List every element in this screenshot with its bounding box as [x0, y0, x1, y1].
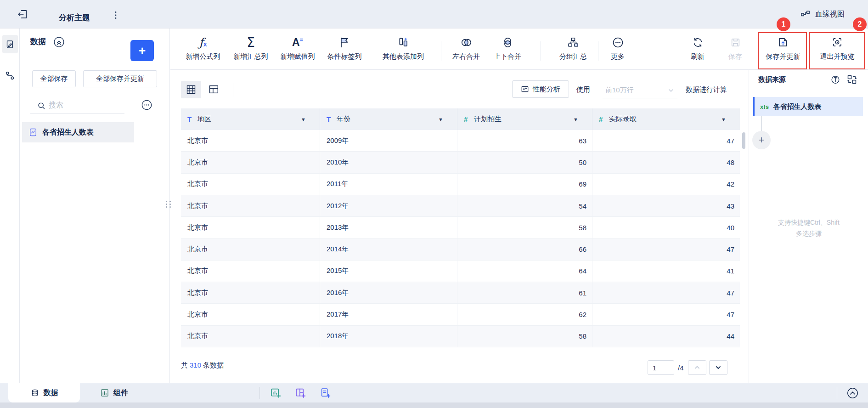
sidebar-item-table[interactable]: 各省招生人数表: [22, 122, 134, 142]
save-update-icon: [777, 33, 789, 51]
layout-view-toggle[interactable]: [208, 84, 220, 95]
flow-steps-panel-icon[interactable]: [5, 70, 15, 81]
page-down-button[interactable]: [709, 360, 727, 375]
dropdown-arrow-icon[interactable]: ▼: [301, 117, 306, 122]
chevron-down-icon: [715, 364, 722, 371]
table-cell: 47: [592, 238, 740, 260]
add-dashboard-icon[interactable]: [295, 387, 306, 399]
dropdown-arrow-icon[interactable]: ▼: [573, 117, 578, 122]
search-underline: [30, 113, 124, 114]
topbar: 分析主题 血缘视图: [0, 0, 868, 28]
page-up-button[interactable]: [688, 360, 706, 375]
add-chart-icon[interactable]: [270, 387, 282, 399]
add-table-button[interactable]: +: [130, 40, 154, 61]
table-cell: 54: [457, 195, 592, 216]
table-row: 北京市2017年6247: [181, 304, 740, 325]
swap-steps-icon[interactable]: [846, 74, 857, 85]
refresh-button[interactable]: 刷新: [684, 33, 711, 67]
data-source-step[interactable]: xls 各省招生人数表: [753, 97, 863, 116]
table-header: T 地区 ▼ T 年份 ▼ # 计划招生 ▼ # 实际录取 ▼: [181, 108, 740, 130]
bottom-bar: 数据 组件: [0, 383, 868, 402]
table-cell: 北京市: [181, 130, 320, 151]
tab-data[interactable]: 数据: [8, 383, 80, 402]
table-cell: 2017年: [320, 304, 457, 325]
table-cell: 北京市: [181, 217, 320, 238]
table-scrollbar[interactable]: [742, 132, 745, 149]
column-header-year[interactable]: T 年份 ▼: [320, 108, 457, 130]
row-limit-select[interactable]: 前10万行: [603, 83, 677, 98]
table-cell: 北京市: [181, 195, 320, 216]
dropdown-arrow-icon[interactable]: ▼: [438, 117, 443, 122]
table-cell: 47: [592, 304, 740, 325]
table-row: 北京市2012年5443: [181, 195, 740, 217]
table-cell: 50: [457, 152, 592, 173]
add-report-icon[interactable]: [320, 387, 331, 399]
table-cell: 2010年: [320, 152, 457, 173]
table-cell: 58: [457, 326, 592, 347]
total-count: 310: [190, 361, 201, 369]
component-chart-icon: [100, 388, 109, 397]
table-cell: 2012年: [320, 195, 457, 216]
dropdown-arrow-icon[interactable]: ▼: [721, 117, 726, 122]
page-number-input[interactable]: [648, 360, 674, 375]
collapse-up-icon[interactable]: [846, 387, 859, 399]
history-icon[interactable]: [830, 74, 841, 85]
save-all-button[interactable]: 全部保存: [32, 70, 76, 87]
lineage-icon: [800, 9, 811, 20]
add-formula-column-button[interactable]: ƒx 新增公式列: [181, 33, 225, 67]
panel-resize-handle[interactable]: [166, 201, 171, 208]
table-row: 北京市2016年6147: [181, 282, 740, 304]
merge-top-bottom-button[interactable]: 上下合并: [489, 33, 526, 67]
table-row: 北京市2018年5844: [181, 326, 740, 347]
table-cell: 北京市: [181, 282, 320, 303]
grid-view-toggle[interactable]: [181, 81, 201, 98]
collapse-panel-icon[interactable]: [53, 36, 65, 48]
search-options-icon[interactable]: [141, 99, 152, 111]
table-row: 北京市2011年6942: [181, 174, 740, 195]
data-edit-panel-icon[interactable]: [2, 35, 18, 53]
exit-and-preview-button[interactable]: 退出并预览: [811, 33, 864, 67]
table-cell: 北京市: [181, 261, 320, 282]
more-icon: [612, 33, 624, 51]
performance-analysis-button[interactable]: 性能分析: [512, 80, 569, 98]
exit-preview-icon: [831, 33, 843, 51]
exit-icon[interactable]: [17, 8, 28, 20]
add-assign-column-button[interactable]: A= 新增赋值列: [276, 33, 320, 67]
step-connector: [761, 116, 762, 131]
table-cell: 64: [457, 261, 592, 282]
more-button[interactable]: 更多: [604, 33, 631, 67]
column-header-region[interactable]: T 地区 ▼: [181, 108, 320, 130]
table-cell: 北京市: [181, 152, 320, 173]
table-cell: 43: [592, 195, 740, 216]
add-column-from-table-button[interactable]: 其他表添加列: [377, 33, 430, 67]
condition-tag-column-button[interactable]: 条件标签列: [322, 33, 366, 67]
chevron-up-icon: [693, 364, 701, 371]
add-summary-column-button[interactable]: Σ 新增汇总列: [229, 33, 273, 67]
data-sidebar: 数据 + 全部保存 全部保存并更新 各省招生人数表: [20, 28, 170, 383]
lineage-view-button[interactable]: 血缘视图: [800, 9, 845, 20]
save-button: 保存: [721, 33, 749, 67]
column-header-actual[interactable]: # 实际录取 ▼: [592, 108, 740, 130]
group-summary-button[interactable]: 分组汇总: [555, 33, 592, 67]
add-step-button[interactable]: +: [752, 131, 771, 149]
table-cell: 2009年: [320, 130, 457, 151]
save-all-update-button[interactable]: 全部保存并更新: [83, 70, 157, 87]
left-rail: [0, 28, 20, 383]
page-title: 分析主题: [59, 12, 90, 23]
multi-select-hint: 支持快捷键Ctrl、Shift 多选步骤: [749, 217, 868, 239]
compute-label: 数据进行计算: [686, 85, 727, 94]
search-input[interactable]: [49, 99, 108, 111]
tab-component[interactable]: 组件: [100, 383, 128, 402]
merge-tb-icon: [502, 33, 514, 51]
table-row: 北京市2010年5048: [181, 152, 740, 173]
text-type-icon: T: [187, 115, 197, 123]
edit-toolbar: ƒx 新增公式列 Σ 新增汇总列 A= 新增赋值列 条件标签列 其他表添加列: [170, 28, 868, 70]
table-cell: 北京市: [181, 304, 320, 325]
column-header-planned[interactable]: # 计划招生 ▼: [457, 108, 592, 130]
merge-left-right-button[interactable]: 左右合并: [448, 33, 485, 67]
kebab-menu-icon[interactable]: [114, 10, 118, 20]
table-cell: 2016年: [320, 282, 457, 303]
refresh-icon: [692, 33, 704, 51]
search-icon: [37, 101, 46, 111]
save-and-update-button[interactable]: 保存并更新: [760, 33, 806, 67]
